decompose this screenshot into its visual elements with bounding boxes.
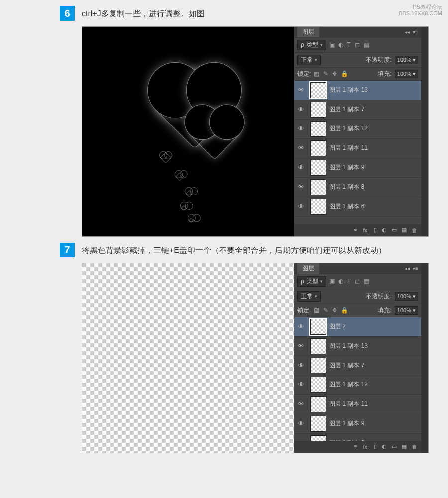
mask-icon[interactable]: ▯ — [374, 443, 377, 450]
layer-thumbnail[interactable] — [310, 396, 326, 412]
opacity-label: 不透明度: — [366, 292, 391, 301]
smart-filter-icon[interactable]: ▦ — [364, 41, 369, 48]
shape-filter-icon[interactable]: ◻ — [355, 41, 360, 48]
visibility-eye-icon[interactable]: 👁 — [294, 86, 307, 94]
filter-type-select[interactable]: ρ类型▾ — [297, 276, 326, 287]
layer-thumbnail[interactable] — [310, 319, 326, 335]
layer-thumbnail[interactable] — [310, 179, 326, 195]
panel-tab[interactable]: 图层 — [297, 27, 319, 37]
menu-icon[interactable]: ▾≡ — [413, 29, 418, 35]
fx-icon[interactable]: fx. — [363, 227, 369, 233]
collapse-icon[interactable]: ◂◂ — [405, 266, 410, 271]
lock-trans-icon[interactable]: ▨ — [314, 70, 319, 77]
visibility-eye-icon[interactable]: 👁 — [294, 125, 307, 132]
mask-icon[interactable]: ▯ — [374, 227, 377, 233]
opacity-value[interactable]: 100% ▾ — [395, 56, 418, 64]
visibility-eye-icon[interactable]: 👁 — [294, 323, 307, 330]
lock-all-icon[interactable]: 🔒 — [341, 70, 348, 77]
new-layer-icon[interactable]: ▦ — [402, 227, 407, 233]
layer-row[interactable]: 👁图层 1 副本 7 — [294, 356, 421, 375]
visibility-eye-icon[interactable]: 👁 — [294, 203, 307, 210]
layer-thumbnail[interactable] — [310, 435, 326, 441]
text-filter-icon[interactable]: T — [347, 278, 351, 285]
group-icon[interactable]: ▭ — [392, 227, 397, 233]
smart-filter-icon[interactable]: ▦ — [364, 278, 369, 285]
delete-icon[interactable]: 🗑 — [412, 227, 417, 233]
layer-row[interactable]: 👁图层 1 副本 13 — [294, 81, 421, 100]
adjustment-icon[interactable]: ◐ — [382, 227, 387, 233]
step-number-badge: 7 — [60, 243, 75, 257]
layer-row[interactable]: 👁图层 1 副本 9 — [294, 158, 421, 178]
lock-label: 锁定: — [297, 306, 311, 315]
visibility-eye-icon[interactable]: 👁 — [294, 342, 307, 350]
step-text: 将黑色背景影藏掉，三键+E盖印一个（不要全部合并，后期方便咱们还可以从新改动） — [82, 243, 386, 258]
collapse-icon[interactable]: ◂◂ — [405, 29, 410, 35]
layer-name: 图层 1 副本 13 — [329, 86, 421, 94]
layer-thumbnail[interactable] — [310, 377, 326, 393]
layer-thumbnail[interactable] — [310, 140, 326, 156]
layer-row[interactable]: 👁图层 1 副本 12 — [294, 375, 421, 395]
group-icon[interactable]: ▭ — [392, 443, 397, 450]
lock-trans-icon[interactable]: ▨ — [314, 307, 319, 314]
pixel-filter-icon[interactable]: ▣ — [329, 278, 335, 285]
link-icon[interactable]: ⚭ — [353, 443, 358, 450]
layer-row[interactable]: 👁图层 2 — [294, 317, 421, 337]
shape-filter-icon[interactable]: ◻ — [355, 278, 360, 285]
lock-label: 锁定: — [297, 70, 311, 78]
layer-thumbnail[interactable] — [310, 358, 326, 374]
lock-paint-icon[interactable]: ✎ — [323, 70, 328, 77]
layer-thumbnail[interactable] — [310, 338, 326, 354]
adjust-filter-icon[interactable]: ◐ — [338, 41, 343, 48]
layer-thumbnail[interactable] — [310, 121, 326, 137]
visibility-eye-icon[interactable]: 👁 — [294, 183, 307, 191]
chevron-down-icon: ▾ — [315, 57, 317, 62]
fx-icon[interactable]: fx. — [363, 444, 369, 450]
blend-mode-select[interactable]: 正常▾ — [297, 55, 321, 65]
visibility-eye-icon[interactable]: 👁 — [294, 362, 307, 369]
visibility-eye-icon[interactable]: 👁 — [294, 164, 307, 171]
layer-row[interactable]: 👁图层 1 副本 6 — [294, 197, 421, 217]
visibility-eye-icon[interactable]: 👁 — [294, 106, 307, 113]
layer-row[interactable]: 👁图层 1 副本 11 — [294, 395, 421, 414]
lock-move-icon[interactable]: ✥ — [332, 307, 337, 314]
visibility-eye-icon[interactable]: 👁 — [294, 381, 307, 388]
filter-type-select[interactable]: ρ类型▾ — [297, 40, 326, 50]
fill-value[interactable]: 100% ▾ — [395, 70, 418, 78]
fill-value[interactable]: 100% ▾ — [395, 306, 418, 315]
layer-thumbnail[interactable] — [310, 82, 326, 98]
layer-row[interactable]: 👁图层 1 副本 9 — [294, 414, 421, 434]
lock-move-icon[interactable]: ✥ — [332, 70, 337, 77]
adjust-filter-icon[interactable]: ◐ — [338, 278, 343, 285]
layer-row[interactable]: 👁图层 1 副本 7 — [294, 100, 421, 120]
layer-row[interactable]: 👁图层 1 副本 13 — [294, 337, 421, 356]
adjustment-icon[interactable]: ◐ — [382, 443, 387, 450]
chevron-down-icon: ▾ — [315, 294, 317, 299]
link-icon[interactable]: ⚭ — [353, 227, 358, 233]
figure-7: 图层 ◂◂▾≡ ρ类型▾ ▣ ◐ T ◻ ▦ 正常▾ 不透明度: 100% ▾ … — [82, 263, 429, 453]
layer-row[interactable]: 👁图层 1 副本 8 — [294, 434, 421, 441]
visibility-eye-icon[interactable]: 👁 — [294, 400, 307, 408]
opacity-value[interactable]: 100% ▾ — [395, 292, 418, 301]
menu-icon[interactable]: ▾≡ — [413, 266, 418, 271]
lock-all-icon[interactable]: 🔒 — [341, 307, 348, 314]
layer-thumbnail[interactable] — [310, 102, 326, 118]
scrollbar[interactable] — [421, 263, 428, 453]
text-filter-icon[interactable]: T — [347, 41, 351, 48]
scrollbar[interactable] — [421, 27, 428, 236]
layer-thumbnail[interactable] — [310, 199, 326, 215]
blend-mode-select[interactable]: 正常▾ — [297, 291, 321, 302]
pixel-filter-icon[interactable]: ▣ — [329, 41, 335, 48]
visibility-eye-icon[interactable]: 👁 — [294, 420, 307, 427]
delete-icon[interactable]: 🗑 — [412, 444, 417, 450]
layer-row[interactable]: 👁图层 1 副本 12 — [294, 120, 421, 139]
layer-thumbnail[interactable] — [310, 160, 326, 176]
panel-tab[interactable]: 图层 — [297, 263, 319, 274]
fill-label: 填充: — [378, 70, 391, 78]
layer-thumbnail[interactable] — [310, 416, 326, 432]
lock-paint-icon[interactable]: ✎ — [323, 307, 328, 314]
layer-row[interactable]: 👁图层 1 副本 11 — [294, 139, 421, 158]
visibility-eye-icon[interactable]: 👁 — [294, 144, 307, 152]
step-number-badge: 6 — [60, 6, 75, 21]
layer-row[interactable]: 👁图层 1 副本 8 — [294, 178, 421, 197]
new-layer-icon[interactable]: ▦ — [402, 443, 407, 450]
